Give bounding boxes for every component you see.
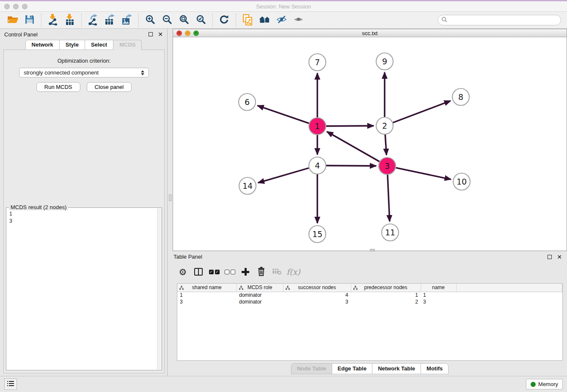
import-network-button[interactable] [44, 13, 61, 28]
memory-button[interactable]: Memory [526, 379, 563, 389]
result-scrollbar[interactable] [157, 208, 162, 370]
export-table-button[interactable] [102, 13, 118, 28]
graph-node[interactable]: 4 [309, 157, 326, 174]
deselect-all-button[interactable] [224, 265, 236, 279]
select-all-button[interactable]: ✓✓ [208, 265, 220, 279]
table-cell[interactable]: 3 [421, 298, 456, 305]
task-history-button[interactable] [4, 378, 17, 390]
dropdown-arrows-icon [141, 70, 144, 75]
zoom-in-button[interactable] [142, 13, 159, 28]
graph-edge[interactable] [388, 175, 390, 221]
tab-edge-table[interactable]: Edge Table [332, 363, 372, 374]
search-input[interactable] [449, 17, 557, 23]
refresh-button[interactable] [216, 13, 233, 28]
column-header-predecessor-nodes[interactable]: predecessor nodes [351, 284, 421, 292]
tab-mcds[interactable]: MCDS [113, 40, 142, 50]
table-cell[interactable]: 4 [283, 292, 351, 298]
table-row[interactable]: 3dominator323 [177, 298, 562, 305]
graph-node[interactable]: 11 [382, 224, 399, 241]
clone-network-button[interactable] [239, 13, 256, 28]
tab-node-table[interactable]: Node Table [291, 363, 332, 374]
graph-node[interactable]: 14 [239, 177, 256, 194]
hierarchy-icon [179, 285, 184, 291]
show-all-networks-button[interactable] [256, 13, 273, 28]
table-cell[interactable]: 1 [177, 292, 237, 298]
table-row[interactable]: 1dominator411 [177, 292, 562, 298]
deselect-all-icon [225, 270, 235, 274]
memory-status-icon [531, 382, 536, 387]
graph-node[interactable]: 10 [453, 173, 470, 190]
show-columns-button[interactable] [193, 265, 204, 279]
zoom-selected-button[interactable] [193, 13, 209, 28]
svg-text:8: 8 [458, 92, 463, 102]
column-header-successor-nodes[interactable]: successor nodes [283, 284, 351, 292]
tab-motifs[interactable]: Motifs [421, 363, 449, 374]
graph-node[interactable]: 7 [309, 54, 326, 71]
graph-node[interactable]: 1 [309, 118, 326, 135]
table-header-row: shared name MCDS role successor nodes [177, 284, 562, 292]
column-header-shared-name[interactable]: shared name [177, 284, 237, 292]
graph-edge[interactable] [326, 166, 376, 166]
graph-edge[interactable] [326, 126, 374, 126]
graph-node[interactable]: 8 [452, 88, 469, 105]
zoom-in-icon [145, 14, 155, 26]
import-table-button[interactable] [61, 13, 78, 28]
delete-column-button[interactable] [255, 265, 267, 279]
close-panel-icon[interactable]: ✕ [158, 32, 163, 36]
zoom-out-button[interactable] [159, 13, 176, 28]
hide-panel-button[interactable] [273, 13, 290, 28]
table-cell[interactable]: 3 [177, 298, 237, 305]
columns-icon [194, 268, 203, 276]
run-mcds-button[interactable]: Run MCDS [36, 82, 80, 92]
table-cell[interactable]: 3 [283, 298, 351, 305]
network-window-titlebar[interactable]: ✕ − + scc.txt [173, 29, 567, 37]
tab-style[interactable]: Style [59, 40, 85, 50]
table-cell[interactable]: 1 [421, 292, 456, 298]
table-cell[interactable]: 1 [351, 292, 421, 298]
add-column-button[interactable] [239, 265, 251, 279]
graph-edge[interactable] [385, 135, 386, 155]
search-box[interactable] [438, 15, 561, 25]
graph-node[interactable]: 3 [379, 157, 396, 174]
network-canvas[interactable]: 7968124314101511 [173, 37, 567, 251]
graph-node[interactable]: 6 [239, 94, 256, 110]
table-cell[interactable]: dominator [237, 298, 283, 305]
table-cell[interactable]: 2 [351, 298, 421, 305]
column-header-name[interactable]: name [421, 284, 456, 292]
graph-edge[interactable] [327, 132, 380, 162]
criterion-dropdown[interactable]: strongly connected component [19, 68, 149, 77]
table-settings-button[interactable]: ⚙ [177, 265, 189, 279]
refresh-icon [219, 14, 229, 26]
export-image-button[interactable] [118, 13, 135, 28]
panel-splitter-grip[interactable] [169, 194, 172, 201]
open-session-button[interactable] [4, 13, 21, 28]
mcds-result-group: MCDS result (2 nodes) 1 3 [6, 207, 162, 370]
graph-node[interactable]: 9 [376, 53, 393, 70]
column-header-mcds-role[interactable]: MCDS role [237, 284, 283, 292]
graph-edge[interactable] [393, 101, 451, 122]
close-panel-button[interactable]: Close panel [87, 82, 132, 92]
float-panel-icon[interactable] [149, 32, 153, 36]
export-image-icon [121, 14, 132, 27]
tab-network[interactable]: Network [25, 40, 60, 50]
graph-node[interactable]: 15 [309, 226, 326, 243]
graph-edge[interactable] [258, 168, 309, 183]
zoom-fit-button[interactable] [176, 13, 193, 28]
graph-edge[interactable] [396, 168, 451, 179]
delete-table-button [271, 265, 283, 279]
graph-node[interactable]: 2 [376, 117, 393, 134]
tab-select[interactable]: Select [85, 40, 113, 50]
toolbar-separator [81, 14, 82, 27]
zoom-out-icon [162, 14, 172, 26]
close-table-panel-icon[interactable]: ✕ [557, 255, 562, 259]
mcds-result-text[interactable]: 1 3 [6, 209, 157, 370]
delete-table-icon [272, 268, 282, 276]
optimization-criterion-label: Optimization criterion: [4, 58, 164, 64]
save-session-button[interactable] [21, 13, 38, 28]
table-cell[interactable]: dominator [237, 292, 283, 298]
float-table-panel-icon[interactable] [548, 255, 552, 259]
show-panel-button[interactable] [290, 13, 307, 28]
graph-edge[interactable] [258, 105, 309, 123]
tab-network-table[interactable]: Network Table [372, 363, 421, 374]
export-network-button[interactable] [85, 13, 102, 28]
